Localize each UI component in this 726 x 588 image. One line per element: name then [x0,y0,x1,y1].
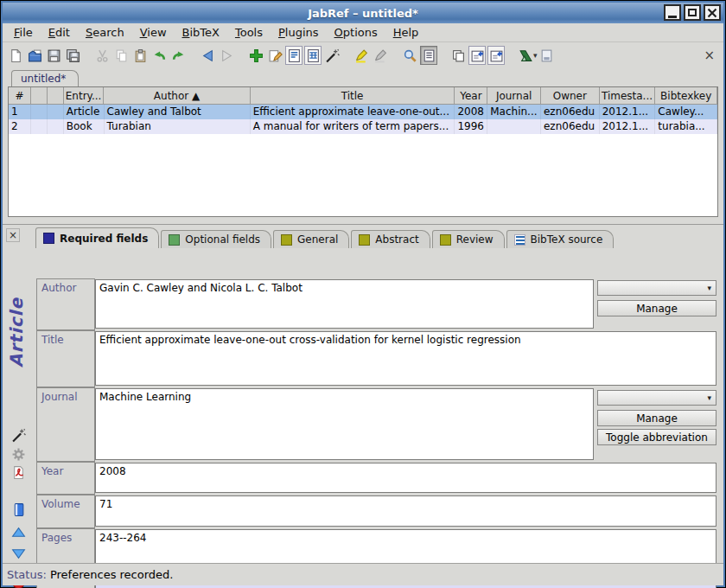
toggle-groups-button[interactable] [420,46,437,65]
unmark-entries-button[interactable] [372,46,389,65]
open-office-writer-button[interactable] [517,46,534,65]
table-cell[interactable]: Book [64,119,105,134]
paste-button[interactable] [131,46,149,65]
open-pdf-button[interactable] [10,463,27,481]
column-header-timesta[interactable]: Timesta... [600,87,656,105]
column-header-blank-0[interactable]: # [9,87,31,105]
table-cell[interactable]: Cawley and Talbot [105,105,251,119]
title-field-input[interactable]: Efficient approximate leave-one-out cros… [95,331,716,386]
table-cell[interactable] [31,119,48,134]
table-cell[interactable]: 1996 [455,119,487,134]
pages-field-input[interactable]: 243--264 [95,529,716,566]
table-cell[interactable]: 2012.1... [600,105,656,119]
undo-button[interactable] [150,46,168,65]
table-cell[interactable]: Machin... [487,105,541,119]
table-cell[interactable]: 2008 [455,105,487,119]
table-cell[interactable]: Efficient approximate leave-one-out... [251,105,455,119]
editor-tab-required-fields[interactable]: Required fields [35,227,159,248]
column-header-title[interactable]: Title [251,87,455,105]
push-to-application-button[interactable] [468,46,486,65]
save-database-button[interactable] [45,46,62,65]
redo-button[interactable] [169,46,187,65]
table-row-2[interactable]: 2BookTurabianA manual for writers of ter… [9,119,717,134]
copy-citation-button[interactable] [449,46,467,65]
column-header-author[interactable]: Author ▲ [104,87,250,105]
editor-tab-abstract[interactable]: Abstract [351,230,430,248]
table-cell[interactable]: A manual for writers of term papers... [251,119,455,134]
column-header-blank-2[interactable] [48,87,64,105]
search-button[interactable] [401,46,418,65]
minimize-button[interactable] [664,4,681,21]
table-cell[interactable]: Article [64,105,105,119]
back-button[interactable] [199,46,216,65]
menu-tools[interactable]: Tools [227,24,271,41]
menu-view[interactable]: View [132,24,175,41]
menu-options[interactable]: Options [327,24,385,41]
menu-file[interactable]: File [6,24,41,41]
table-cell[interactable] [48,105,64,119]
edit-strings-button[interactable] [304,46,322,65]
editor-tab-bibtex-source[interactable]: BibTeX source [506,230,615,248]
file-tab-untitled[interactable]: untitled* [11,70,79,86]
column-header-entry[interactable]: Entry... [64,87,105,105]
forward-button[interactable] [218,46,235,65]
table-cell[interactable]: Turabian [105,119,251,134]
splitter-handle[interactable] [3,217,723,224]
maximize-button[interactable] [684,4,701,21]
edit-preamble-button[interactable] [285,46,302,65]
editor-tab-review[interactable]: Review [432,230,505,248]
author-name-format-combo[interactable]: ▾ [597,280,716,296]
editor-tab-general[interactable]: General [273,230,349,248]
mark-entries-button[interactable] [353,46,370,65]
copy-button[interactable] [112,46,130,65]
open-document-button[interactable] [10,501,27,518]
menu-plugins[interactable]: Plugins [271,24,327,41]
close-button[interactable] [704,4,721,21]
push-document-button[interactable] [538,46,556,65]
caret-down-icon[interactable]: ▾ [533,51,538,60]
settings-button[interactable] [10,445,27,463]
table-cell[interactable] [31,105,48,119]
save-all-button[interactable] [64,46,81,65]
new-entry-button[interactable] [247,46,264,65]
menu-edit[interactable]: Edit [41,24,78,41]
table-cell[interactable]: turabia... [655,119,717,134]
column-header-journal[interactable]: Journal [487,87,541,105]
cut-button[interactable] [93,46,111,65]
toggle-abbreviation-button[interactable]: Toggle abbreviation [597,429,716,445]
menu-bibtex[interactable]: BibTeX [175,24,227,41]
volume-field-input[interactable]: 71 [95,495,716,527]
toolbar-close-button[interactable]: × [695,48,723,63]
editor-tab-optional-fields[interactable]: Optional fields [161,230,271,248]
push-to-application-2-button[interactable] [487,46,505,65]
column-header-bibtexkey[interactable]: Bibtexkey [655,87,717,105]
table-cell[interactable]: 2012.1... [600,119,656,134]
column-header-year[interactable]: Year [455,87,487,105]
author-field-input[interactable]: Gavin C. Cawley and Nicola L. C. Talbot [95,279,594,329]
new-database-button[interactable] [7,46,24,65]
next-entry-button[interactable] [10,544,27,561]
editor-close-button[interactable]: × [6,228,20,242]
table-cell[interactable] [48,119,64,134]
edit-entry-button[interactable] [266,46,283,65]
open-database-button[interactable] [26,46,43,65]
previous-entry-button[interactable] [10,524,27,541]
table-row-1[interactable]: 1ArticleCawley and TalbotEfficient appro… [9,105,717,119]
menu-search[interactable]: Search [78,24,132,41]
journal-combo[interactable]: ▾ [597,390,716,406]
table-cell[interactable]: ezn06edu [541,119,600,134]
journal-manage-button[interactable]: Manage [597,410,716,426]
table-cell[interactable]: 1 [9,105,31,119]
year-field-input[interactable]: 2008 [95,463,716,493]
column-header-blank-1[interactable] [31,87,48,105]
column-header-owner[interactable]: Owner [541,87,600,105]
generate-key-button[interactable] [10,426,27,444]
title-bar[interactable]: JabRef – untitled* [3,3,723,23]
new-entry-wizard-button[interactable] [323,46,341,65]
table-cell[interactable]: ezn06edu [541,105,600,119]
table-cell[interactable]: 2 [9,119,31,134]
table-cell[interactable] [487,119,541,134]
author-manage-button[interactable]: Manage [597,300,716,316]
journal-field-input[interactable]: Machine Learning [95,388,594,460]
menu-help[interactable]: Help [385,24,427,41]
